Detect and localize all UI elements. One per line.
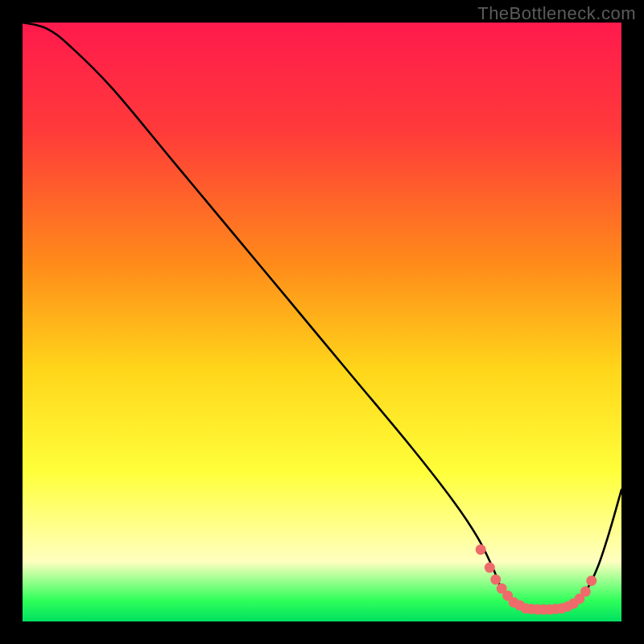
- plot-background: [23, 23, 621, 621]
- trough-marker: [490, 574, 501, 584]
- trough-marker: [485, 563, 495, 573]
- trough-marker: [580, 586, 591, 597]
- chart-svg: [0, 0, 644, 644]
- watermark-text: TheBottleneck.com: [477, 3, 636, 24]
- chart-frame: { "watermark": "TheBottleneck.com", "plo…: [0, 0, 644, 644]
- trough-marker: [586, 576, 597, 586]
- trough-marker: [476, 544, 486, 555]
